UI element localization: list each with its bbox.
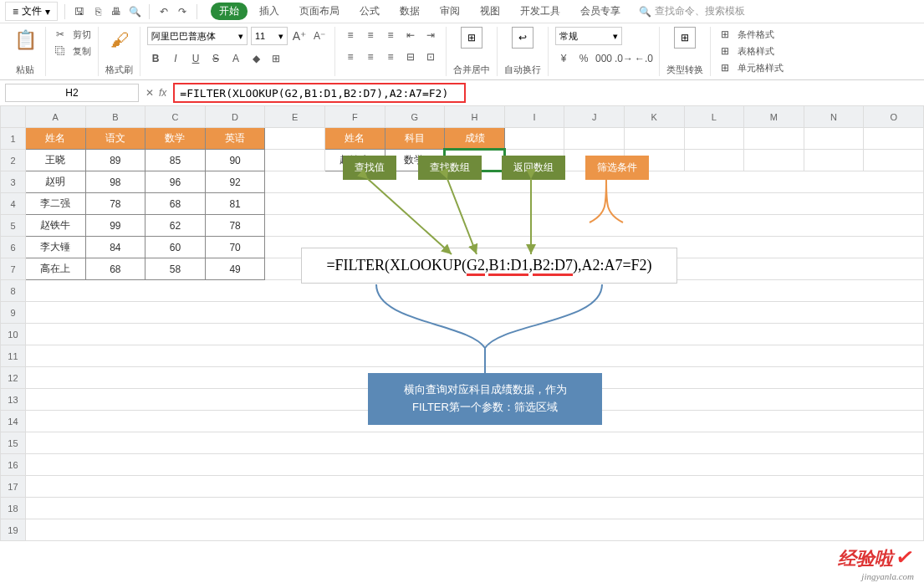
align-left-icon[interactable]: ≡ <box>342 49 359 65</box>
col-header[interactable]: L <box>684 106 744 128</box>
tab-review[interactable]: 审阅 <box>431 3 468 20</box>
row-header[interactable]: 12 <box>1 367 26 389</box>
currency-icon[interactable]: ¥ <box>555 50 572 67</box>
spreadsheet-grid[interactable]: A B C D E F G H I J K L M N O 1 姓名 语文 数学… <box>0 105 924 541</box>
cell[interactable] <box>744 128 804 150</box>
cell-name-box[interactable]: H2 <box>5 84 139 102</box>
cell[interactable] <box>744 150 804 171</box>
cell[interactable] <box>25 411 923 432</box>
cell[interactable] <box>25 432 923 454</box>
cell[interactable]: 姓名 <box>25 128 85 150</box>
cell[interactable] <box>25 345 923 367</box>
cell[interactable]: 姓名 <box>324 128 385 150</box>
preview-icon[interactable]: 🔍 <box>127 4 142 19</box>
cell[interactable] <box>25 367 923 389</box>
font-name-select[interactable]: 阿里巴巴普惠体▾ <box>147 27 248 45</box>
tab-insert[interactable]: 插入 <box>251 3 288 20</box>
export-icon[interactable]: ⎘ <box>90 4 105 19</box>
cell[interactable]: 49 <box>205 258 265 280</box>
cell[interactable] <box>265 258 924 280</box>
cell[interactable]: 英语 <box>205 128 265 150</box>
copy-icon[interactable]: ⿻ <box>53 43 68 59</box>
col-header[interactable]: F <box>324 106 385 128</box>
thousands-icon[interactable]: 000 <box>595 50 612 67</box>
fill-color-button[interactable]: ◆ <box>248 50 264 67</box>
col-header[interactable]: I <box>504 106 564 128</box>
selected-cell[interactable]: 62 <box>445 150 505 171</box>
cell[interactable] <box>265 171 924 193</box>
table-style-label[interactable]: 表格样式 <box>738 45 774 58</box>
dec-inc-icon[interactable]: .0→ <box>615 50 632 67</box>
cell[interactable]: 赵铁牛 <box>324 150 385 171</box>
redo-icon[interactable]: ↷ <box>175 4 190 19</box>
border-button[interactable]: ⊞ <box>268 50 284 67</box>
cell[interactable] <box>564 150 625 171</box>
col-header[interactable]: J <box>564 106 625 128</box>
cell[interactable] <box>624 150 684 171</box>
cell[interactable]: 李大锤 <box>25 237 85 258</box>
row-header[interactable]: 5 <box>1 215 26 237</box>
orient-button[interactable]: ⊡ <box>422 49 439 65</box>
cancel-icon[interactable]: ✕ <box>145 87 154 99</box>
cell[interactable]: 62 <box>145 215 206 237</box>
row-header[interactable]: 18 <box>1 498 26 519</box>
row-header[interactable]: 3 <box>1 171 26 193</box>
row-header[interactable]: 11 <box>1 345 26 367</box>
formula-input[interactable]: =FILTER(XLOOKUP(G2,B1:D1,B2:D7),A2:A7=F2… <box>173 83 466 103</box>
cell[interactable] <box>25 476 923 498</box>
row-header[interactable]: 10 <box>1 324 26 345</box>
cell[interactable] <box>25 389 923 411</box>
cell[interactable]: 语文 <box>85 128 145 150</box>
cell[interactable] <box>864 150 924 171</box>
row-header[interactable]: 2 <box>1 150 26 171</box>
row-header[interactable]: 9 <box>1 302 26 324</box>
row-header[interactable]: 6 <box>1 237 26 258</box>
col-header[interactable]: C <box>145 106 206 128</box>
col-header[interactable]: B <box>85 106 145 128</box>
cell[interactable] <box>564 128 625 150</box>
cut-label[interactable]: 剪切 <box>73 28 91 41</box>
cell[interactable]: 李二强 <box>25 193 85 215</box>
row-header[interactable]: 1 <box>1 128 26 150</box>
align-bot-icon[interactable]: ≡ <box>382 27 399 43</box>
copy-label[interactable]: 复制 <box>73 45 91 58</box>
row-header[interactable]: 16 <box>1 454 26 476</box>
row-header[interactable]: 13 <box>1 389 26 411</box>
corner-cell[interactable] <box>1 106 26 128</box>
type-convert-icon[interactable]: ⊞ <box>674 27 696 49</box>
cell[interactable] <box>25 519 923 541</box>
cell[interactable]: 数学 <box>385 150 445 171</box>
cell[interactable] <box>25 302 923 324</box>
cell[interactable]: 成绩 <box>445 128 505 150</box>
cell[interactable]: 98 <box>85 171 145 193</box>
cell[interactable]: 科目 <box>385 128 445 150</box>
row-header[interactable]: 14 <box>1 411 26 432</box>
merge-button-small[interactable]: ⊟ <box>402 49 419 65</box>
cell[interactable]: 数学 <box>145 128 206 150</box>
number-format-select[interactable]: 常规▾ <box>555 27 622 45</box>
cell[interactable]: 85 <box>145 150 206 171</box>
font-size-select[interactable]: 11▾ <box>251 27 288 45</box>
cell[interactable]: 92 <box>205 171 265 193</box>
cell[interactable]: 81 <box>205 193 265 215</box>
cell[interactable] <box>265 193 924 215</box>
cell[interactable] <box>265 150 325 171</box>
col-header[interactable]: D <box>205 106 265 128</box>
cell[interactable]: 赵铁牛 <box>25 215 85 237</box>
decrease-font-icon[interactable]: A⁻ <box>311 28 328 44</box>
save-icon[interactable]: 🖫 <box>72 4 87 19</box>
col-header[interactable]: E <box>265 106 325 128</box>
col-header[interactable]: N <box>804 106 864 128</box>
cell[interactable]: 60 <box>145 237 206 258</box>
paste-icon[interactable]: 📋 <box>12 27 38 54</box>
format-painter-icon[interactable]: 🖌 <box>106 27 133 54</box>
italic-button[interactable]: I <box>167 50 184 67</box>
cell[interactable] <box>25 454 923 476</box>
cell-style-icon[interactable]: ⊞ <box>717 60 733 75</box>
cell[interactable] <box>504 150 564 171</box>
file-menu-button[interactable]: ≡ 文件 ▾ <box>5 2 58 21</box>
cell[interactable]: 58 <box>145 258 206 280</box>
underline-button[interactable]: U <box>187 50 204 67</box>
col-header[interactable]: K <box>624 106 684 128</box>
row-header[interactable]: 8 <box>1 280 26 302</box>
